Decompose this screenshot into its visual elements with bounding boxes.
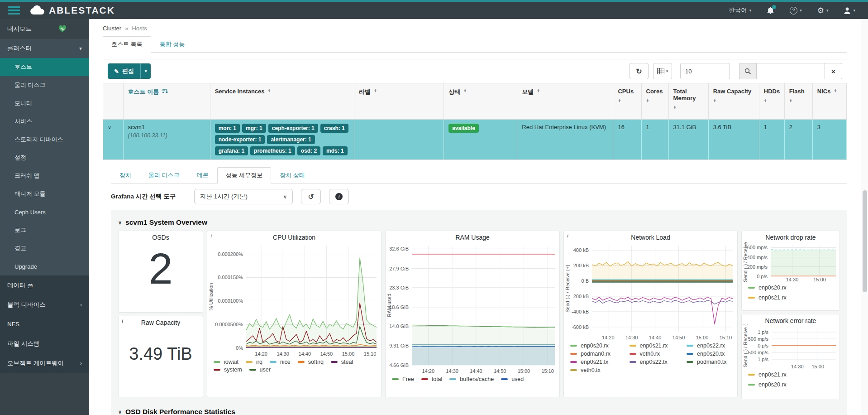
edit-dropdown-caret[interactable]: ▾ [140,63,151,79]
subtab-performance-details[interactable]: 성능 세부정보 [217,167,272,183]
svg-text:-1 p/s: -1 p/s [756,357,768,362]
subtab-physical-disks[interactable]: 물리 디스크 [140,167,188,183]
chevron-down-icon: ▾ [666,69,668,73]
subtab-device-health[interactable]: 장치 상태 [271,167,314,183]
column-header-라벨[interactable]: 라벨▲▼ [354,83,444,120]
column-header-Flash[interactable]: Flash▲▼ [784,83,812,120]
search-input[interactable] [756,63,825,79]
column-header-Cores[interactable]: Cores▲▼ [641,83,668,120]
section-osd-disk-performance[interactable]: ∨ OSD Disk Performance Statistics [118,405,840,415]
sidebar-item-3[interactable]: 파일 시스템 [0,334,89,353]
brand-logo[interactable]: ABLESTACK [30,5,115,16]
legend-item-enp0s20.tx[interactable]: enp0s20.tx [687,351,733,357]
breadcrumb-root[interactable]: Cluster [103,25,121,32]
language-menu[interactable]: 한국어▾ [729,6,751,14]
legend-item-podman0.rx[interactable]: podman0.rx [570,351,617,357]
legend-item-veth0.tx[interactable]: veth0.tx [570,367,617,373]
sidebar-subitem-11[interactable]: Upgrade [0,257,89,275]
panel-title: CPU Utilization [207,231,381,241]
column-header-NICs[interactable]: NICs▲▼ [812,83,846,120]
sidebar-subitem-7[interactable]: 매니저 모듈 [0,185,89,203]
column-header-HDDs[interactable]: HDDs▲▼ [759,83,784,120]
notifications-button[interactable] [767,6,774,15]
legend-item-veth0.rx[interactable]: veth0.rx [630,351,674,357]
table-row-scvm1[interactable]: ∨ scvm1 (100.100.33.11) mon: 1mgr: 1ceph… [103,120,847,160]
subtab-daemons[interactable]: 데몬 [188,167,217,183]
grafana-time-select[interactable]: 지난 1시간 (기본) ∨ [194,189,293,204]
legend-item-irq[interactable]: irq [246,359,262,365]
page-size-input[interactable] [680,63,730,79]
sort-icon: ▲▼ [537,89,540,92]
legend-item-enp0s21.rx[interactable]: enp0s21.rx [630,343,674,349]
sidebar-subitem-3[interactable]: 서비스 [0,112,89,130]
scrollbar-thumb[interactable] [863,190,867,292]
refresh-button[interactable]: ↻ [630,63,649,79]
column-header-CPUs[interactable]: CPUs▲▼ [613,83,641,120]
tab-overall-performance[interactable]: 통합 성능 [151,36,194,53]
svg-text:0.000200%: 0.000200% [218,251,243,257]
legend-item-enp0s20.rx[interactable]: enp0s20.rx [570,343,617,349]
legend-item-iowait[interactable]: iowait [214,359,238,365]
column-header-상태[interactable]: 상태▲▼ [444,83,517,120]
legend-item-total[interactable]: total [421,376,443,382]
legend-item-enp0s21.rx[interactable]: enp0s21.rx [748,294,835,301]
sidebar-item-1[interactable]: 블럭 디바이스› [0,295,89,314]
legend-swatch [748,384,755,386]
sidebar-item-0[interactable]: 데이터 풀 [0,275,89,295]
sidebar-item-2[interactable]: NFS [0,314,89,334]
sidebar-subitem-5[interactable]: 설정 [0,149,89,167]
grafana-info-button[interactable]: i [329,189,349,204]
legend-item-enp0s22.rx[interactable]: enp0s22.rx [687,343,733,349]
sort-icon: ▲▼ [463,89,467,92]
edit-button[interactable]: ✎편집 ▾ [108,63,151,79]
legend-item-podman0.tx[interactable]: podman0.tx [687,359,733,365]
sidebar-subitem-10[interactable]: 경고 [0,239,89,257]
legend-item-system[interactable]: system [214,367,242,373]
legend-item-steal[interactable]: steal [331,359,353,365]
column-header-Total Memory[interactable]: Total Memory▲▼ [668,83,708,120]
column-header-Raw Capacity[interactable]: Raw Capacity▲▼ [708,83,759,120]
column-toggle-button[interactable]: ▾ [653,63,672,79]
help-menu[interactable]: ?▾ [790,7,802,14]
legend-item-enp0s22.tx[interactable]: enp0s22.tx [630,359,674,365]
clear-search-button[interactable]: × [825,63,842,79]
sidebar-subitem-0[interactable]: 호스트 [0,58,89,76]
grafana-reset-button[interactable]: ↺ [301,189,321,204]
column-header-Service Instances[interactable]: Service Instances▲▼ [210,83,354,120]
network-error-rate-chart[interactable]: -1 p/s-500 mp/s0 p/s500 mp/s1 p/s14:3015… [742,324,839,371]
row-expand-icon[interactable]: ∨ [108,125,111,130]
sidebar-subitem-4[interactable]: 스토리지 디바이스 [0,130,89,149]
host-detail-area: 장치 물리 디스크 데몬 성능 세부정보 장치 상태 Grafana 시간 선택… [103,167,847,415]
cpu-utilization-chart[interactable]: 0%0.0000500%0.000100%0.000150%0.000200%1… [207,241,381,358]
legend-item-Free[interactable]: Free [392,376,414,382]
legend-item-enp0s21.tx[interactable]: enp0s21.tx [570,359,617,365]
sidebar-item-dashboard[interactable]: 대시보드 [0,19,89,39]
legend-item-nice[interactable]: nice [270,359,291,365]
network-drop-rate-chart[interactable]: 0 p/s200 mp/s400 mp/s600 mp/s14:3015:00S… [742,241,839,284]
section-system-overview[interactable]: ∨ scvm1 System Overview [118,216,840,229]
legend-item-used[interactable]: used [501,376,524,382]
settings-menu[interactable]: ⚙▾ [817,6,829,15]
sidebar-item-cluster[interactable]: 클러스터 ▾ [0,39,89,58]
network-load-chart[interactable]: -600 kB-400 kB-200 kB0 B200 kB400 kB14:2… [564,241,737,342]
sidebar-subitem-2[interactable]: 모니터 [0,94,89,112]
sidebar-subitem-6[interactable]: 크러쉬 맵 [0,167,89,185]
legend-item-enp0s20.rx[interactable]: enp0s20.rx [748,285,835,291]
legend-item-enp0s20.rx[interactable]: enp0s20.rx [748,381,835,388]
sidebar-subitem-9[interactable]: 로그 [0,221,89,239]
sidebar-subitem-8[interactable]: Ceph Users [0,203,89,221]
legend-item-enp0s21.rx[interactable]: enp0s21.rx [748,372,835,378]
sidebar-subitem-1[interactable]: 물리 디스크 [0,76,89,94]
legend-item-user[interactable]: user [249,367,271,373]
menu-toggle-icon[interactable] [8,6,20,14]
tab-host-list[interactable]: 호스트 목록 [103,36,151,53]
ram-usage-chart[interactable]: 4.66 GiB9.31 GiB14.0 GiB18.6 GiB23.3 GiB… [386,241,559,375]
column-header-호스트 이름[interactable]: 호스트 이름 [123,83,210,120]
sidebar-item-4[interactable]: 오브젝트 게이트웨이› [0,353,89,373]
svg-text:14:30: 14:30 [791,364,804,369]
subtab-devices[interactable]: 장치 [111,167,140,183]
legend-item-buffers/cache[interactable]: buffers/cache [449,376,494,382]
column-header-모델[interactable]: 모델▲▼ [517,83,613,120]
user-menu[interactable]: ▾ [844,7,855,14]
legend-item-softirq[interactable]: softirq [298,359,324,365]
